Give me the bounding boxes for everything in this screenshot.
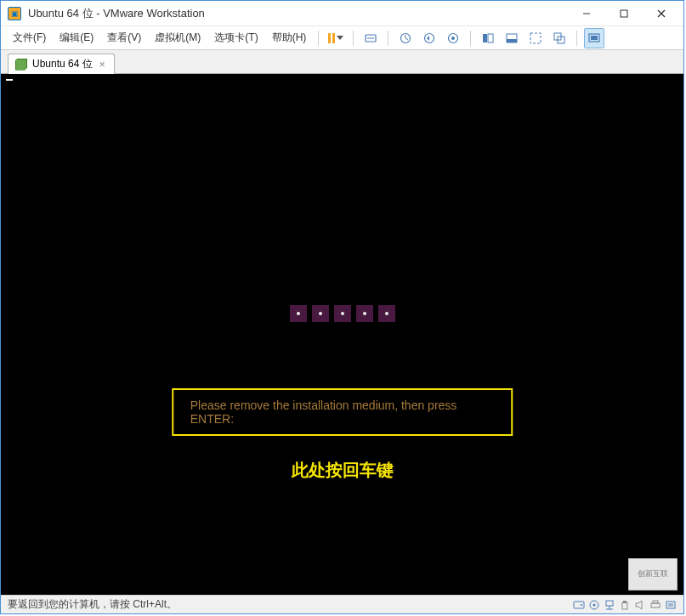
- snapshot-manager-button[interactable]: [443, 28, 463, 48]
- boot-dot: [334, 305, 351, 322]
- svg-rect-11: [488, 34, 493, 42]
- vm-console[interactable]: Please remove the installation medium, t…: [1, 74, 683, 595]
- svg-rect-14: [530, 33, 541, 43]
- menu-file[interactable]: 文件(F): [6, 27, 53, 48]
- chevron-down-icon: [337, 36, 343, 40]
- window-title: Ubuntu 64 位 - VMware Workstation: [28, 6, 568, 21]
- svg-point-9: [451, 37, 455, 40]
- thumbnail-icon: [506, 32, 518, 44]
- menubar: 文件(F) 编辑(E) 查看(V) 虚拟机(M) 选项卡(T) 帮助(H): [1, 26, 683, 50]
- vm-tab[interactable]: Ubuntu 64 位 ×: [8, 54, 115, 74]
- status-hint: 要返回到您的计算机，请按 Ctrl+Alt。: [8, 597, 177, 612]
- device-usb-icon[interactable]: [619, 599, 631, 611]
- app-window: ▣ Ubuntu 64 位 - VMware Workstation 文件(F)…: [0, 0, 684, 614]
- fullscreen-button[interactable]: [525, 28, 546, 48]
- separator: [470, 31, 471, 46]
- separator: [576, 31, 577, 46]
- send-keys-icon: [365, 32, 377, 44]
- svg-rect-30: [666, 602, 675, 608]
- menu-help[interactable]: 帮助(H): [265, 27, 314, 48]
- svg-rect-19: [574, 602, 584, 608]
- console-icon: [588, 32, 600, 44]
- snapshot-manager-icon: [447, 32, 459, 44]
- vm-tab-icon: [15, 59, 27, 71]
- svg-rect-1: [621, 10, 627, 17]
- separator: [318, 31, 319, 46]
- close-button[interactable]: [643, 1, 680, 26]
- separator: [388, 31, 388, 46]
- statusbar: 要返回到您的计算机，请按 Ctrl+Alt。: [1, 595, 683, 613]
- menu-view[interactable]: 查看(V): [100, 27, 148, 48]
- send-ctrlaltdel-button[interactable]: [360, 28, 381, 48]
- fullscreen-icon: [530, 32, 541, 44]
- install-message-box: Please remove the installation medium, t…: [172, 388, 513, 436]
- annotation-text: 此处按回车键: [292, 458, 394, 481]
- minimize-button[interactable]: [568, 1, 605, 26]
- thumbnail-button[interactable]: [502, 28, 522, 48]
- snapshot-revert-button[interactable]: [419, 28, 439, 48]
- maximize-button[interactable]: [605, 1, 643, 26]
- snapshot-take-button[interactable]: [395, 28, 416, 48]
- watermark: 创新互联: [628, 558, 677, 591]
- snapshot-revert-icon: [423, 32, 435, 44]
- separator: [353, 31, 354, 46]
- boot-dot: [312, 305, 329, 322]
- menu-vm[interactable]: 虚拟机(M): [148, 27, 207, 48]
- boot-dot: [378, 305, 395, 322]
- svg-rect-29: [653, 601, 658, 603]
- device-sound-icon[interactable]: [634, 599, 646, 611]
- svg-rect-10: [483, 34, 487, 42]
- device-disk-icon[interactable]: [573, 599, 585, 611]
- svg-rect-28: [651, 603, 660, 608]
- svg-rect-18: [591, 36, 598, 40]
- pause-icon: [328, 33, 335, 43]
- panel-icon: [482, 32, 494, 44]
- device-printer-icon[interactable]: [649, 599, 661, 611]
- console-view-button[interactable]: [584, 28, 604, 48]
- device-cd-icon[interactable]: [588, 599, 600, 611]
- unity-icon: [553, 32, 565, 44]
- svg-rect-26: [622, 602, 627, 609]
- tabstrip: Ubuntu 64 位 ×: [1, 50, 683, 74]
- titlebar: ▣ Ubuntu 64 位 - VMware Workstation: [1, 1, 683, 26]
- svg-point-20: [581, 604, 582, 606]
- install-message: Please remove the installation medium, t…: [190, 398, 495, 426]
- snapshot-icon: [400, 32, 411, 44]
- message-log-icon[interactable]: [665, 599, 677, 611]
- pause-button[interactable]: [326, 28, 346, 48]
- device-network-icon[interactable]: [604, 599, 615, 611]
- unity-button[interactable]: [549, 28, 570, 48]
- svg-point-22: [593, 603, 596, 606]
- watermark-label: 创新互联: [638, 570, 668, 579]
- svg-rect-13: [507, 39, 517, 42]
- quickswitch-button[interactable]: [478, 28, 498, 48]
- app-icon: ▣: [8, 7, 21, 20]
- menu-edit[interactable]: 编辑(E): [53, 27, 100, 48]
- boot-progress-dots: [290, 305, 395, 322]
- vm-tab-label: Ubuntu 64 位: [32, 57, 93, 71]
- window-controls: [568, 1, 680, 26]
- menu-tabs[interactable]: 选项卡(T): [207, 27, 264, 48]
- svg-rect-23: [606, 601, 613, 606]
- svg-rect-27: [623, 601, 626, 603]
- tab-close-button[interactable]: ×: [98, 59, 107, 71]
- boot-dot: [356, 305, 373, 322]
- text-cursor: [6, 79, 13, 81]
- boot-dot: [290, 305, 307, 322]
